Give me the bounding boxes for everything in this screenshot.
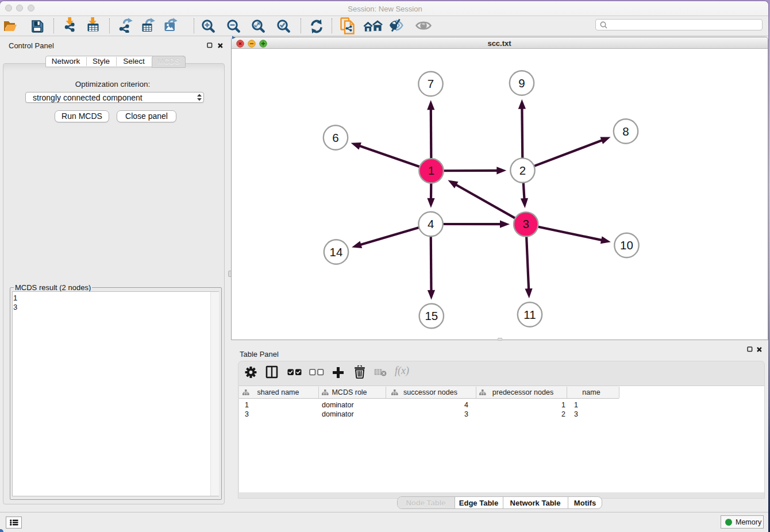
svg-text:6: 6	[332, 131, 338, 144]
svg-text:2: 2	[519, 164, 526, 177]
svg-text:14: 14	[330, 245, 343, 259]
svg-text:8: 8	[622, 125, 629, 138]
svg-text:11: 11	[523, 308, 536, 321]
svg-text:1: 1	[428, 164, 434, 177]
svg-text:4: 4	[428, 217, 434, 230]
svg-text:15: 15	[425, 309, 438, 322]
svg-text:9: 9	[518, 76, 525, 90]
svg-text:10: 10	[620, 238, 633, 252]
svg-text:3: 3	[522, 217, 529, 230]
svg-text:7: 7	[428, 77, 434, 90]
